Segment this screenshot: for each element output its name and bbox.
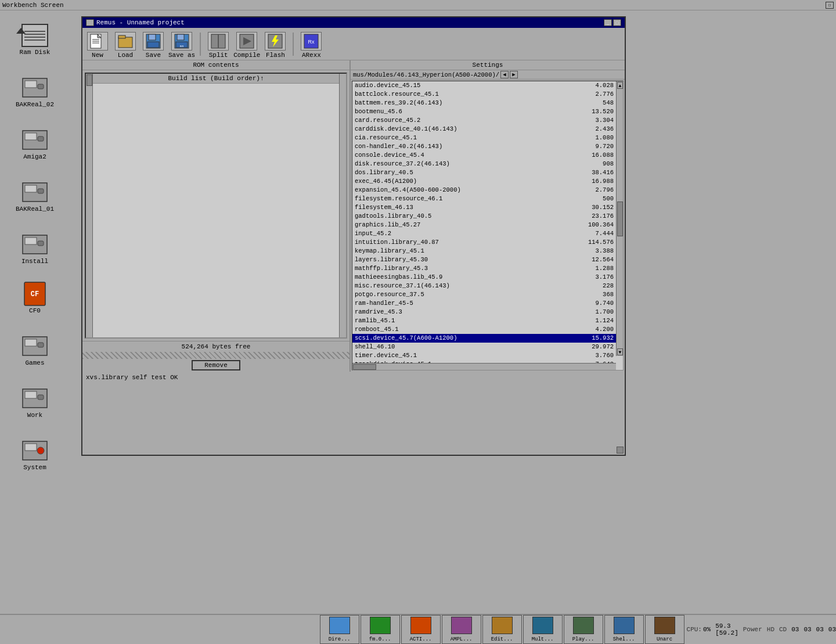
bakreal02-icon[interactable]: BAKReal_02 xyxy=(12,75,58,108)
file-list-item[interactable]: ramdrive_45.31.700 xyxy=(352,308,616,316)
file-list-item[interactable]: ramlib_45.11.124 xyxy=(352,316,616,325)
taskbar-icon-unarc[interactable]: Unarc xyxy=(645,615,684,644)
file-list-item[interactable]: bootmenu_45.613.520 xyxy=(352,107,616,116)
file-list-item[interactable]: layers.library_45.3012.564 xyxy=(352,256,616,264)
taskbar-icon-acti[interactable]: ACTI... xyxy=(401,615,441,644)
flash-btn[interactable]: Flash xyxy=(262,32,288,59)
build-list-header: Build list (Build order)↑ xyxy=(86,74,346,84)
svg-rect-7 xyxy=(25,185,37,192)
file-list-item[interactable]: input_45.27.444 xyxy=(352,229,616,238)
taskbar-icon-play[interactable]: Play... xyxy=(564,615,603,644)
build-list-scrollbar[interactable] xyxy=(86,74,93,337)
install-icon[interactable]: Install xyxy=(12,232,58,265)
file-list-item[interactable]: exec_46.45(A1200)16.988 xyxy=(352,177,616,186)
output-resize-handle[interactable] xyxy=(617,447,624,454)
games-icon[interactable]: Games xyxy=(12,334,58,366)
taskbar-icon-dire[interactable]: Dire... xyxy=(320,615,359,644)
file-list-item[interactable]: ram-handler_45-59.740 xyxy=(352,299,616,308)
file-size: 2.796 xyxy=(573,186,614,195)
file-list-item[interactable]: cia.resource_45.11.080 xyxy=(352,134,616,142)
file-name: intuition.library_40.87 xyxy=(355,238,573,247)
remus-toolbar: New Load Save xyxy=(82,28,625,60)
hd-status: HD xyxy=(767,626,774,633)
file-list-item[interactable]: mathieeesingbas.lib_45.93.176 xyxy=(352,273,616,282)
file-list-item[interactable]: scsi.device_45.7(A600-A1200)15.932 xyxy=(352,334,616,343)
build-list-scrollbar-v[interactable] xyxy=(339,74,346,337)
work-icon[interactable]: Work xyxy=(12,386,58,419)
file-list-item[interactable]: misc.resource_37.1(46.143)228 xyxy=(352,282,616,290)
cpu2-value: 59.3 [59.2] xyxy=(715,623,738,636)
file-name: card.resource_45.2 xyxy=(355,116,573,125)
file-list-item[interactable]: battclock.resource_45.12.776 xyxy=(352,90,616,99)
path-text: mus/Modules/46.143_Hyperion(A500-A2000)/ xyxy=(353,71,499,78)
file-list-scrollbar-h[interactable] xyxy=(352,363,616,370)
taskbar-icon-label-mult: Mult... xyxy=(532,636,554,642)
remus-close-btn[interactable] xyxy=(86,19,94,26)
file-list-item[interactable]: filesystem.resource_46.1500 xyxy=(352,195,616,203)
file-size: 4.028 xyxy=(573,81,614,90)
workbench-titlebar: Workbench Screen ☐ xyxy=(0,0,836,10)
taskbar-icon-ampl[interactable]: AMPL... xyxy=(442,615,481,644)
new-btn[interactable]: New xyxy=(85,32,110,59)
bytes-free: 524,264 bytes free xyxy=(82,341,349,352)
remus-maximize-btn[interactable]: □ xyxy=(613,19,621,26)
file-list-item[interactable]: dos.library_40.538.416 xyxy=(352,168,616,177)
svg-rect-4 xyxy=(25,133,37,140)
new-btn-label: New xyxy=(92,52,103,59)
file-name: ramdrive_45.3 xyxy=(355,308,573,316)
file-list-area[interactable]: audio.device_45.154.028battclock.resourc… xyxy=(352,81,624,370)
taskbar-icon-label-shel: Shel... xyxy=(613,636,635,642)
file-list-item[interactable]: potgo.resource_37.5368 xyxy=(352,290,616,299)
save-as-btn[interactable]: as Save as xyxy=(168,32,195,59)
taskbar-icon-edit[interactable]: Edit... xyxy=(482,615,522,644)
system-icon[interactable]: System xyxy=(12,438,58,471)
split-btn[interactable]: Split xyxy=(206,32,231,59)
taskbar-icon-shel[interactable]: Shel... xyxy=(604,615,644,644)
remove-btn-area: Remove xyxy=(82,359,349,372)
file-list-item[interactable]: con-handler_40.2(46.143)9.720 xyxy=(352,142,616,151)
bakreal01-icon[interactable]: BAKReal_01 xyxy=(12,180,58,213)
arexx-btn[interactable]: Rx ARexx xyxy=(298,32,324,59)
taskbar-icons: Dire...fm.0...ACTI...AMPL...Edit...Mult.… xyxy=(320,615,684,644)
taskbar-icon-fm0[interactable]: fm.0... xyxy=(361,615,400,644)
file-list-item[interactable]: graphics.lib_45.27100.364 xyxy=(352,221,616,229)
file-list-item[interactable]: audio.device_45.154.028 xyxy=(352,81,616,90)
load-btn[interactable]: Load xyxy=(113,32,138,59)
file-list-item[interactable]: console.device_45.416.088 xyxy=(352,151,616,160)
cf0-icon[interactable]: CF CF0 xyxy=(12,282,58,314)
compile-btn-label: Compile xyxy=(233,52,260,59)
file-list-item[interactable]: battmem.res_39.2(46.143)548 xyxy=(352,99,616,107)
file-list-item[interactable]: carddisk.device_40.1(46.143)2.436 xyxy=(352,125,616,134)
file-size: 2.436 xyxy=(573,125,614,134)
svg-text:CF: CF xyxy=(31,290,39,298)
load-btn-label: Load xyxy=(118,52,133,59)
file-list-item[interactable]: romboot_45.14.200 xyxy=(352,325,616,334)
file-list-item[interactable]: gadtools.library_40.523.176 xyxy=(352,212,616,221)
file-size: 1.288 xyxy=(573,264,614,273)
remus-minimize-btn[interactable]: _ xyxy=(604,19,612,26)
save-btn[interactable]: Save xyxy=(140,32,166,59)
file-list-item[interactable]: keymap.library_45.13.388 xyxy=(352,247,616,256)
file-list-item[interactable]: shell_46.1029.972 xyxy=(352,343,616,351)
compile-btn[interactable]: Compile xyxy=(233,32,260,59)
file-list-item[interactable]: filesystem_46.1330.152 xyxy=(352,203,616,212)
file-list-item[interactable]: expansion_45.4(A500-600-2000)2.796 xyxy=(352,186,616,195)
file-list-item[interactable]: intuition.library_40.87114.576 xyxy=(352,238,616,247)
taskbar-icon-label-ampl: AMPL... xyxy=(451,636,473,642)
file-size: 1.124 xyxy=(573,316,614,325)
file-size: 9.740 xyxy=(573,299,614,308)
path-btn1[interactable]: ◀ xyxy=(500,71,509,78)
file-list-scrollbar-v[interactable]: ▲ ▼ xyxy=(616,81,623,356)
file-list-item[interactable]: mathffp.library_45.31.288 xyxy=(352,264,616,273)
ram-disk-icon[interactable]: Ram Disk xyxy=(12,23,58,56)
taskbar-icon-mult[interactable]: Mult... xyxy=(523,615,563,644)
amiga2-icon[interactable]: Amiga2 xyxy=(12,128,58,160)
remove-btn[interactable]: Remove xyxy=(192,360,240,370)
workbench-close-btn[interactable]: ☐ xyxy=(826,2,834,9)
file-name: mathffp.library_45.3 xyxy=(355,264,573,273)
file-list-item[interactable]: timer.device_45.13.760 xyxy=(352,351,616,360)
file-list-item[interactable]: card.resource_45.23.304 xyxy=(352,116,616,125)
settings-panel-header: Settings xyxy=(351,60,625,70)
path-btn2[interactable]: ▶ xyxy=(510,71,518,78)
file-list-item[interactable]: disk.resource_37.2(46.143)908 xyxy=(352,160,616,168)
